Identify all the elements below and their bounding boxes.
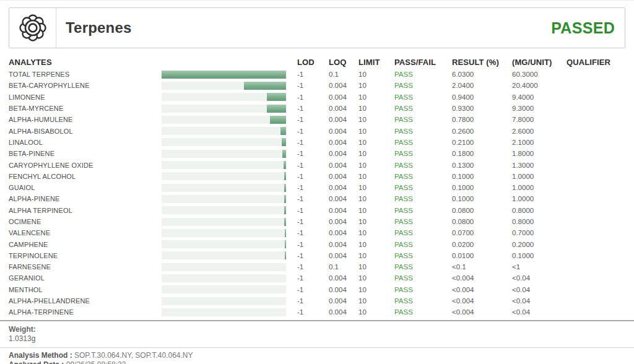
table-row: BETA-CARYOPHYLLENE -1 0.004 10 PASS 2.04… — [9, 80, 625, 91]
cell-mg-unit: <0.04 — [512, 274, 567, 282]
bar-fill — [285, 240, 286, 248]
cell-lod: -1 — [297, 128, 329, 135]
cell-lod: -1 — [297, 162, 329, 169]
cell-lod: -1 — [297, 241, 329, 248]
analyte-bar — [162, 184, 297, 192]
analyte-name: ALPHA-PINENE — [9, 195, 162, 202]
cell-passfail: PASS — [394, 82, 452, 89]
analyzed-date-line: Analyzed Date : 09/26/25 08:58:33 — [9, 360, 625, 364]
cell-result: 0.0700 — [452, 229, 512, 236]
column-header-qualifier: QUALIFIER — [567, 58, 625, 67]
analyte-name: BETA-MYRCENE — [9, 105, 162, 112]
cell-mg-unit: 9.4000 — [512, 93, 567, 101]
analyzed-date-label: Analyzed Date : — [9, 360, 64, 364]
cell-limit: 10 — [358, 252, 394, 259]
table-row: CARYOPHYLLENE OXIDE -1 0.004 10 PASS 0.1… — [9, 159, 625, 170]
cell-loq: 0.004 — [329, 139, 358, 146]
cell-result: 0.2600 — [452, 128, 512, 135]
cell-loq: 0.004 — [329, 252, 358, 259]
flower-icon — [18, 13, 48, 43]
analyte-bar — [162, 138, 297, 146]
report-icon-cell — [9, 8, 56, 48]
analyte-bar — [162, 229, 297, 237]
cell-mg-unit: <0.04 — [512, 308, 567, 316]
cell-passfail: PASS — [394, 105, 452, 112]
cell-passfail: PASS — [394, 162, 452, 169]
analyte-bar — [162, 240, 297, 248]
analyte-bar — [162, 251, 297, 259]
cell-lod: -1 — [297, 218, 329, 225]
cell-mg-unit: 9.3000 — [512, 105, 567, 112]
bar-track — [162, 150, 286, 158]
table-row: ALPHA-BISABOLOL -1 0.004 10 PASS 0.2600 … — [9, 125, 625, 136]
cell-result: 0.9300 — [452, 105, 512, 112]
cell-mg-unit: 1.0000 — [512, 195, 567, 202]
cell-limit: 10 — [358, 207, 394, 214]
cell-passfail: PASS — [394, 173, 452, 180]
bar-track — [162, 127, 286, 135]
cell-mg-unit: 1.8000 — [512, 150, 567, 157]
bar-fill — [284, 184, 286, 192]
bar-fill — [285, 229, 286, 237]
cell-limit: 10 — [358, 195, 394, 202]
bar-track — [162, 251, 286, 259]
cell-limit: 10 — [358, 105, 394, 112]
table-row: TOTAL TERPENES -1 0.1 10 PASS 6.0300 60.… — [9, 69, 625, 80]
cell-loq: 0.004 — [329, 116, 358, 123]
cell-lod: -1 — [297, 105, 329, 112]
cell-lod: -1 — [297, 116, 329, 123]
table-row: GUAIOL -1 0.004 10 PASS 0.1000 1.0000 — [9, 182, 625, 193]
cell-loq: 0.004 — [329, 150, 358, 157]
analyte-name: TERPINOLENE — [9, 252, 162, 259]
cell-limit: 10 — [358, 229, 394, 236]
bar-track — [162, 71, 286, 79]
cell-limit: 10 — [358, 82, 394, 89]
column-header-passfail: PASS/FAIL — [394, 58, 452, 67]
cell-loq: 0.004 — [329, 241, 358, 248]
cell-loq: 0.004 — [329, 274, 358, 282]
cell-loq: 0.004 — [329, 286, 358, 293]
table-row: CAMPHENE -1 0.004 10 PASS 0.0200 0.2000 — [9, 238, 625, 249]
cell-lod: -1 — [297, 297, 329, 305]
cell-lod: -1 — [297, 229, 329, 236]
bar-track — [162, 297, 286, 305]
cell-passfail: PASS — [394, 150, 452, 157]
cell-limit: 10 — [358, 173, 394, 180]
table-row: LINALOOL -1 0.004 10 PASS 0.2100 2.1000 — [9, 137, 625, 148]
cell-limit: 10 — [358, 308, 394, 316]
analyte-bar — [162, 150, 297, 158]
analyte-name: FARNESENE — [9, 263, 162, 271]
cell-result: 0.1300 — [452, 162, 512, 169]
analyte-name: ALPHA-TERPINENE — [9, 308, 162, 316]
cell-passfail: PASS — [394, 229, 452, 236]
cell-mg-unit: 0.1000 — [512, 252, 567, 259]
table-row: OCIMENE -1 0.004 10 PASS 0.0800 0.8000 — [9, 216, 625, 227]
cell-mg-unit: 0.8000 — [512, 218, 567, 225]
bar-track — [162, 172, 286, 180]
analyte-name: GUAIOL — [9, 184, 162, 191]
terpenes-report-page: { "header": { "title": "Terpenes", "stat… — [0, 0, 634, 364]
column-header-loq: LOQ — [329, 58, 358, 67]
cell-mg-unit: 60.3000 — [512, 71, 567, 78]
bar-track — [162, 161, 286, 169]
analyte-bar — [162, 71, 297, 79]
cell-limit: 10 — [358, 150, 394, 157]
cell-result: <0.004 — [452, 308, 512, 316]
cell-limit: 10 — [358, 218, 394, 225]
bar-fill — [284, 161, 286, 169]
cell-limit: 10 — [358, 263, 394, 271]
column-header-analytes: ANALYTES — [9, 58, 297, 67]
column-header-lod: LOD — [297, 58, 329, 67]
bar-track — [162, 308, 286, 316]
cell-loq: 0.004 — [329, 93, 358, 101]
analysis-method-value: SOP.T.30.064.NY, SOP.T.40.064.NY — [74, 351, 193, 360]
cell-mg-unit: 7.8000 — [512, 116, 567, 123]
cell-passfail: PASS — [394, 139, 452, 146]
cell-loq: 0.004 — [329, 105, 358, 112]
table-row: ALPHA-PHELLANDRENE -1 0.004 10 PASS <0.0… — [9, 295, 625, 306]
bar-track — [162, 285, 286, 293]
cell-loq: 0.004 — [329, 82, 358, 89]
analyte-name: CARYOPHYLLENE OXIDE — [9, 162, 162, 169]
cell-loq: 0.004 — [329, 162, 358, 169]
bar-track — [162, 105, 286, 113]
